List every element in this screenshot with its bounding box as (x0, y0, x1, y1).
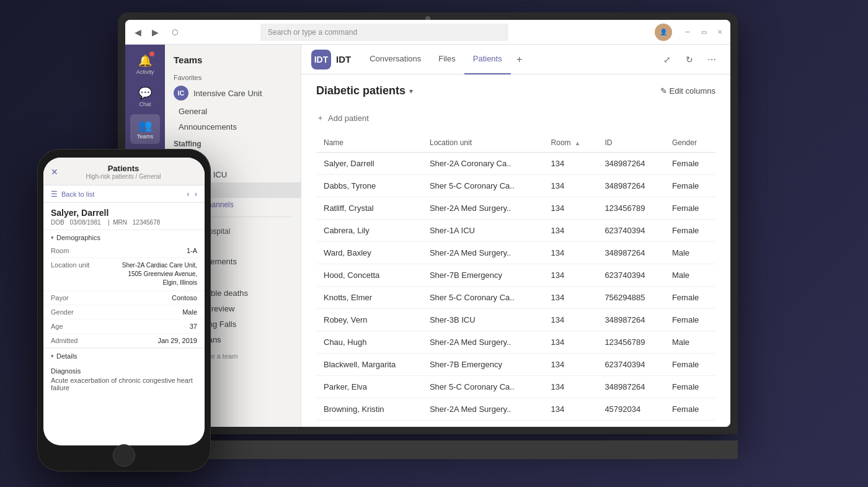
cell-id: 123456789 (597, 197, 665, 220)
more-options-button[interactable]: ⋯ (703, 51, 720, 68)
phone-close-button[interactable]: ✕ (51, 167, 58, 177)
cell-location: Sher 5-C Coronary Ca.. (422, 175, 544, 197)
table-row[interactable]: Knotts, Elmer Sher 5-C Coronary Ca.. 134… (316, 287, 715, 309)
patients-list-title: Diabetic patients (316, 84, 405, 97)
details-section-label: Details (56, 352, 78, 360)
mrn-label: MRN (113, 219, 127, 226)
cell-gender: Female (665, 287, 715, 309)
window-controls: 👤 ─ ▭ ✕ (655, 24, 725, 41)
tab-add-button[interactable]: + (511, 51, 528, 68)
cell-id: 348987264 (597, 376, 665, 398)
phone-next-button[interactable]: › (195, 189, 197, 199)
cell-id: 123456789 (597, 331, 665, 354)
channel-item-general[interactable]: General (165, 104, 301, 119)
edit-columns-button[interactable]: ✎ Edit columns (660, 86, 715, 96)
user-avatar[interactable]: 👤 (655, 24, 672, 41)
demographics-toggle[interactable]: ▾ (51, 235, 54, 241)
cell-id: 756294885 (597, 287, 665, 309)
patients-title-group: Diabetic patients ▾ (316, 84, 413, 97)
phone-header-center: Patients High-risk patients / General (86, 164, 161, 180)
detail-label: Payor (51, 294, 69, 302)
mobile-phone: ✕ Patients High-risk patients / General … (37, 149, 211, 471)
table-row[interactable]: Ratliff, Crystal Sher-2A Med Surgery.. 1… (316, 197, 715, 220)
room-sort-icon: ▲ (575, 140, 580, 146)
cell-gender: Female (665, 354, 715, 376)
phone-detail-row: Location unit Sher-2A Cardiac Care Unit,… (43, 258, 205, 291)
sidebar-item-activity[interactable]: 🔔 Activity (130, 50, 160, 79)
details-toggle[interactable]: ▾ (51, 353, 54, 359)
cell-name: Knotts, Elmer (316, 287, 422, 309)
channel-item-announcements[interactable]: Announcements (165, 119, 301, 135)
phone-diagnosis-section: Diagnosis Acute exacerbation of chronic … (43, 362, 205, 394)
phone-nav-bar: ☰ Back to list ‹ › (43, 185, 205, 203)
detail-value: Contoso (172, 294, 197, 302)
cell-location: Sher 5-C Coronary Ca.. (422, 287, 544, 309)
cell-name: Ratliff, Crystal (316, 197, 422, 220)
phone-back-button[interactable]: Back to list (61, 190, 183, 198)
table-row[interactable]: Robey, Vern Sher-3B ICU 134 348987264 Fe… (316, 309, 715, 331)
col-location: Location unit (422, 133, 544, 153)
detail-label: Age (51, 323, 63, 330)
close-button[interactable]: ✕ (714, 27, 725, 38)
cell-room: 134 (544, 264, 598, 287)
table-row[interactable]: Chau, Hugh Sher-2A Med Surgery.. 134 123… (316, 331, 715, 354)
forward-button[interactable]: ▶ (148, 25, 162, 40)
main-content: IDT IDT Conversations Files Patients + ⤢… (301, 45, 730, 427)
cell-id: 348987264 (597, 309, 665, 331)
phone-detail-rows: Room 1-A Location unit Sher-2A Cardiac C… (43, 244, 205, 348)
laptop-screen: ◀ ▶ ⬡ Search or type a command 👤 ─ ▭ ✕ (125, 20, 730, 427)
detail-label: Admitted (51, 337, 78, 344)
table-header: Name Location unit Room ▲ ID Gender (316, 133, 715, 153)
cell-location: Sher-1A ICU (422, 220, 544, 242)
phone-list-icon: ☰ (51, 190, 58, 199)
minimize-button[interactable]: ─ (682, 27, 693, 38)
share-button[interactable]: ⬡ (167, 25, 182, 40)
cell-name: Hood, Concetta (316, 264, 422, 287)
title-dropdown-icon[interactable]: ▾ (409, 87, 413, 96)
detail-label: Location unit (51, 261, 89, 287)
col-room[interactable]: Room ▲ (544, 133, 598, 153)
cell-gender: Female (665, 175, 715, 197)
cell-room: 134 (544, 398, 598, 421)
tab-actions: ⤢ ↻ ⋯ (658, 51, 720, 68)
laptop-screen-outer: ◀ ▶ ⬡ Search or type a command 👤 ─ ▭ ✕ (118, 12, 738, 434)
phone-home-button[interactable] (113, 444, 135, 467)
back-button[interactable]: ◀ (130, 25, 145, 40)
table-row[interactable]: Blackwell, Margarita Sher-7B Emergency 1… (316, 354, 715, 376)
phone-body: ✕ Patients High-risk patients / General … (37, 149, 211, 471)
cell-room: 134 (544, 220, 598, 242)
cell-room: 134 (544, 331, 598, 354)
table-row[interactable]: Parker, Elva Sher 5-C Coronary Ca.. 134 … (316, 376, 715, 398)
refresh-button[interactable]: ↻ (681, 51, 698, 68)
table-row[interactable]: Salyer, Darrell Sher-2A Coronary Ca.. 13… (316, 153, 715, 175)
tab-conversations[interactable]: Conversations (361, 45, 430, 74)
table-row[interactable]: Ward, Baxley Sher-2A Med Surgery.. 134 3… (316, 242, 715, 264)
tab-files[interactable]: Files (430, 45, 464, 74)
table-row[interactable]: Hood, Concetta Sher-7B Emergency 134 623… (316, 264, 715, 287)
cell-gender: Female (665, 376, 715, 398)
cell-gender: Male (665, 264, 715, 287)
chat-label: Chat (139, 101, 151, 107)
channel-item-icu[interactable]: IC Intensive Care Unit (165, 83, 301, 104)
cell-location: Sher-7B Emergency (422, 354, 544, 376)
cell-name: Salyer, Darrell (316, 153, 422, 175)
table-row[interactable]: Dabbs, Tyrone Sher 5-C Coronary Ca.. 134… (316, 175, 715, 197)
phone-app-title: Patients (86, 164, 161, 173)
maximize-button[interactable]: ▭ (698, 27, 709, 38)
search-bar[interactable]: Search or type a command (260, 24, 508, 41)
cell-room: 134 (544, 376, 598, 398)
table-row[interactable]: Cabrera, Lily Sher-1A ICU 134 623740394 … (316, 220, 715, 242)
activity-label: Activity (136, 69, 154, 75)
nav-controls: ◀ ▶ (130, 25, 162, 40)
phone-prev-button[interactable]: ‹ (187, 189, 189, 199)
detail-label: Room (51, 247, 69, 254)
table-row[interactable]: Browning, Kristin Sher-2A Med Surgery.. … (316, 398, 715, 421)
phone-nav-arrows: ‹ › (187, 189, 197, 199)
cell-name: Blackwell, Margarita (316, 354, 422, 376)
phone-patient-meta: DOB 03/08/1981 | MRN 12345678 (43, 219, 205, 230)
sidebar-item-teams[interactable]: 👥 Teams (130, 114, 160, 144)
tab-patients[interactable]: Patients (464, 45, 511, 74)
sidebar-item-chat[interactable]: 💬 Chat (130, 82, 160, 112)
add-patient-row[interactable]: ＋ Add patient (316, 107, 715, 128)
expand-button[interactable]: ⤢ (658, 51, 676, 68)
